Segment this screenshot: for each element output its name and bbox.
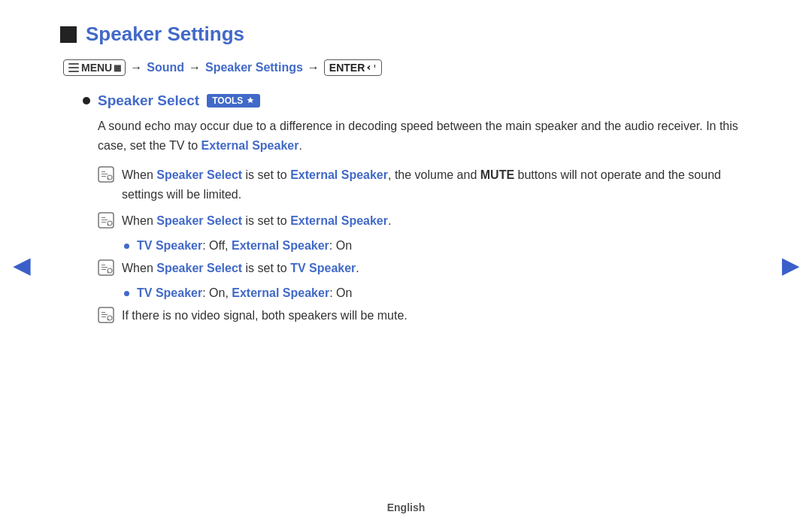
sub-bullet-text-2: TV Speaker: On, External Speaker: On [137, 286, 352, 300]
menu-path: MENU ▦ → Sound → Speaker Settings → ENTE… [63, 59, 752, 76]
tools-badge: TOOLS [207, 94, 260, 108]
footer: English [0, 501, 812, 513]
body-text: A sound echo may occur due to a differen… [98, 117, 752, 155]
note-text-4: If there is no video signal, both speake… [122, 306, 408, 326]
sub-bullet-row-1: TV Speaker: Off, External Speaker: On [124, 239, 752, 253]
menu-step-sound: Sound [147, 61, 184, 74]
sub-bullet-dot-1 [124, 244, 129, 249]
note-icon-1 [98, 166, 114, 186]
svg-rect-2 [68, 71, 79, 72]
note-row-4: If there is no video signal, both speake… [98, 306, 752, 326]
menu-sep-1: → [130, 61, 142, 74]
svg-rect-0 [68, 63, 79, 65]
section-title-text: Speaker Settings [86, 23, 244, 46]
note-text-1: When Speaker Select is set to External S… [122, 165, 752, 204]
speaker-select-row: Speaker Select TOOLS [83, 92, 752, 109]
note-text-3: When Speaker Select is set to TV Speaker… [122, 259, 359, 278]
note-icon-2 [98, 212, 114, 232]
speaker-select-label: Speaker Select [98, 92, 199, 109]
menu-sep-2: → [189, 61, 201, 74]
note-text-2: When Speaker Select is set to External S… [122, 211, 391, 231]
menu-sep-3: → [308, 61, 320, 74]
sub-bullet-row-2: TV Speaker: On, External Speaker: On [124, 286, 752, 300]
bullet-dot [83, 97, 90, 104]
enter-key: ENTER [324, 59, 382, 76]
menu-step-speaker-settings: Speaker Settings [205, 61, 303, 74]
note-icon-3 [98, 259, 114, 279]
note-icon-4 [98, 307, 114, 326]
sub-bullet-dot-2 [124, 291, 129, 296]
external-speaker-ref-1: External Speaker [201, 139, 299, 152]
section-title-icon [60, 26, 77, 43]
svg-rect-1 [68, 67, 79, 68]
footer-text: English [387, 501, 426, 513]
note-row-3: When Speaker Select is set to TV Speaker… [98, 259, 752, 279]
note-row-2: When Speaker Select is set to External S… [98, 211, 752, 232]
content-area: Speaker Select TOOLS A sound echo may oc… [83, 92, 752, 326]
menu-icon: MENU ▦ [63, 59, 126, 76]
note-row-1: When Speaker Select is set to External S… [98, 165, 752, 204]
sub-bullet-text-1: TV Speaker: Off, External Speaker: On [137, 239, 352, 253]
section-title: Speaker Settings [60, 23, 752, 46]
